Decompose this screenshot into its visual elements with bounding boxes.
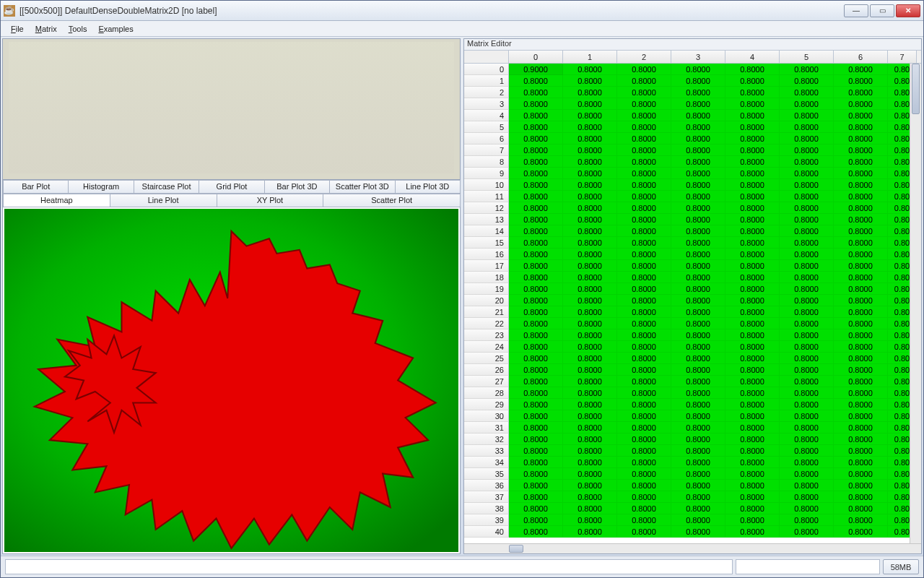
cell[interactable]: 0.8000 [834,249,888,260]
cell[interactable]: 0.8000 [725,422,780,434]
cell[interactable]: 0.8000 [617,144,671,156]
cell[interactable]: 0.8000 [671,457,725,468]
cell[interactable]: 0.8000 [617,468,671,480]
cell[interactable]: 0.8000 [725,202,780,214]
cell[interactable]: 0.8000 [834,329,888,341]
cell[interactable]: 0.8000 [671,179,725,191]
cell[interactable]: 0.8000 [671,468,725,480]
cell[interactable]: 0.8000 [725,306,780,318]
cell[interactable]: 0.8000 [563,202,617,214]
cell[interactable]: 0.8000 [563,214,617,225]
cell[interactable]: 0.8000 [725,353,780,364]
cell[interactable]: 0.8000 [563,110,617,121]
cell[interactable]: 0.8000 [509,514,563,526]
menu-examples[interactable]: Examples [92,23,139,35]
cell[interactable]: 0.8000 [780,249,834,260]
cell[interactable]: 0.8000 [617,445,671,457]
cell[interactable]: 0.8000 [725,121,780,133]
cell[interactable]: 0.8000 [780,318,834,329]
row-header[interactable]: 38 [464,503,509,514]
col-header-7[interactable]: 7 [888,51,917,63]
menu-tools[interactable]: Tools [63,23,93,35]
cell[interactable]: 0.8000 [563,306,617,318]
cell[interactable]: 0.8000 [671,503,725,514]
cell[interactable]: 0.8000 [671,121,725,133]
cell[interactable]: 0.8000 [617,457,671,468]
cell[interactable]: 0.8000 [563,364,617,376]
cell[interactable]: 0.8000 [509,306,563,318]
row-header[interactable]: 16 [464,249,509,260]
row-header[interactable]: 34 [464,457,509,468]
cell[interactable]: 0.8000 [725,214,780,225]
cell[interactable]: 0.8000 [563,133,617,144]
row-header[interactable]: 9 [464,168,509,179]
cell[interactable]: 0.8000 [725,64,780,75]
cell[interactable]: 0.8000 [725,503,780,514]
cell[interactable]: 0.8000 [617,191,671,202]
cell[interactable]: 0.8000 [834,191,888,202]
cell[interactable]: 0.8000 [563,434,617,445]
cell[interactable]: 0.8000 [617,283,671,295]
cell[interactable]: 0.8000 [509,387,563,399]
cell[interactable]: 0.8000 [834,353,888,364]
cell[interactable]: 0.8000 [780,491,834,503]
row-header[interactable]: 31 [464,422,509,434]
col-header-1[interactable]: 1 [563,51,617,63]
tab-xy-plot[interactable]: XY Plot [217,194,324,207]
row-header[interactable]: 0 [464,64,509,75]
cell[interactable]: 0.8000 [834,110,888,121]
cell[interactable]: 0.8000 [671,225,725,237]
cell[interactable]: 0.8000 [671,87,725,98]
cell[interactable]: 0.8000 [563,98,617,110]
cell[interactable]: 0.8000 [834,237,888,249]
cell[interactable]: 0.8000 [617,214,671,225]
title-bar[interactable]: [[500x500]] DefaultDenseDoubleMatrix2D [… [1,1,923,21]
cell[interactable]: 0.8000 [617,64,671,75]
row-header[interactable]: 19 [464,283,509,295]
cell[interactable]: 0.8000 [563,283,617,295]
cell[interactable]: 0.8000 [671,110,725,121]
cell[interactable]: 0.8000 [725,399,780,410]
cell[interactable]: 0.8000 [834,260,888,272]
horizontal-scrollbar[interactable] [464,543,921,553]
cell[interactable]: 0.8000 [671,329,725,341]
cell[interactable]: 0.8000 [563,491,617,503]
cell[interactable]: 0.8000 [617,491,671,503]
row-header[interactable]: 18 [464,272,509,283]
cell[interactable]: 0.8000 [780,121,834,133]
cell[interactable]: 0.8000 [617,98,671,110]
cell[interactable]: 0.8000 [617,260,671,272]
cell[interactable]: 0.8000 [617,202,671,214]
cell[interactable]: 0.8000 [563,376,617,387]
cell[interactable]: 0.8000 [725,75,780,87]
cell[interactable]: 0.8000 [780,353,834,364]
cell[interactable]: 0.8000 [563,179,617,191]
cell[interactable]: 0.8000 [563,526,617,538]
cell[interactable]: 0.8000 [780,422,834,434]
cell[interactable]: 0.8000 [563,237,617,249]
tab-scatter-plot[interactable]: Scatter Plot [323,194,461,207]
cell[interactable]: 0.8000 [725,526,780,538]
cell[interactable]: 0.8000 [509,410,563,422]
cell[interactable]: 0.8000 [834,283,888,295]
cell[interactable]: 0.8000 [509,376,563,387]
tab-histogram[interactable]: Histogram [68,180,134,193]
cell[interactable]: 0.8000 [509,503,563,514]
cell[interactable]: 0.8000 [563,422,617,434]
cell[interactable]: 0.8000 [725,445,780,457]
cell[interactable]: 0.8000 [780,434,834,445]
cell[interactable]: 0.8000 [509,341,563,353]
cell[interactable]: 0.8000 [617,306,671,318]
row-header[interactable]: 7 [464,144,509,156]
cell[interactable]: 0.8000 [725,237,780,249]
cell[interactable]: 0.8000 [671,237,725,249]
cell[interactable]: 0.8000 [671,422,725,434]
close-button[interactable]: ✕ [896,4,920,17]
cell[interactable]: 0.8000 [834,87,888,98]
cell[interactable]: 0.8000 [617,110,671,121]
cell[interactable]: 0.8000 [563,318,617,329]
cell[interactable]: 0.8000 [834,214,888,225]
cell[interactable]: 0.8000 [725,514,780,526]
cell[interactable]: 0.8000 [563,353,617,364]
cell[interactable]: 0.8000 [509,364,563,376]
